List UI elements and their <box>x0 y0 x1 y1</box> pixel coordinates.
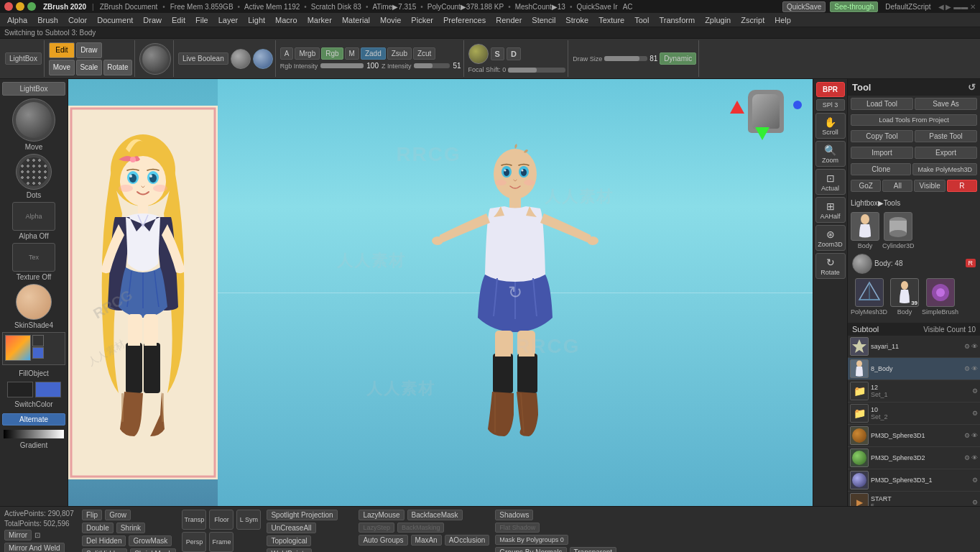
tool-thumb-polymesh[interactable]: PolyMesh3D <box>851 278 887 316</box>
focal-shift-slider[interactable] <box>508 68 565 73</box>
body-r-btn[interactable]: R <box>966 259 976 267</box>
grow-btn[interactable]: Grow <box>105 510 131 520</box>
menu-preferences[interactable]: Preferences <box>439 14 490 26</box>
groups-by-normals-btn[interactable]: Groups By Normals <box>495 547 566 552</box>
body-sphere-preview[interactable] <box>852 254 872 274</box>
zadd-btn[interactable]: Zadd <box>361 47 386 60</box>
sayari11-eye[interactable]: 👁 <box>971 343 978 350</box>
color-swatch[interactable] <box>2 332 65 365</box>
brush-preview[interactable] <box>139 43 171 75</box>
del-hidden-btn[interactable]: Del Hidden <box>82 535 126 546</box>
menu-stencil[interactable]: Stencil <box>527 14 560 26</box>
menu-tool[interactable]: Tool <box>630 14 653 26</box>
shadows-btn[interactable]: Shadows <box>495 510 533 520</box>
menu-layer[interactable]: Layer <box>214 14 243 26</box>
frame-btn[interactable]: Frame <box>209 532 234 552</box>
menu-transform[interactable]: Transform <box>655 14 699 26</box>
switch-color-blue[interactable] <box>35 382 61 397</box>
l-sym-btn[interactable]: L Sym <box>236 510 261 530</box>
body-sub-gear[interactable]: ⚙ <box>964 365 970 372</box>
zcut-btn[interactable]: Zcut <box>413 47 435 60</box>
s-sphere[interactable] <box>468 44 489 64</box>
subtool-sphere2[interactable]: PM3D_Sphere3D2 ⚙ 👁 <box>848 447 980 469</box>
menu-zplugin[interactable]: Zplugin <box>701 14 735 26</box>
alternate-btn[interactable]: Alternate <box>2 413 65 426</box>
maxan-btn[interactable]: MaxAn <box>411 535 442 546</box>
clone-btn[interactable]: Clone <box>851 163 911 175</box>
paste-tool-btn[interactable]: Paste Tool <box>915 130 977 142</box>
menu-color[interactable]: Color <box>64 14 91 26</box>
aahalf-btn[interactable]: ⊞ AAHalf <box>815 197 846 223</box>
sphere2-eye[interactable]: 👁 <box>971 454 978 461</box>
visible-btn[interactable]: Visible <box>914 180 945 192</box>
tool-thumb-body2[interactable]: 39 Body <box>890 278 919 316</box>
bg-color[interactable] <box>32 335 44 346</box>
shrink-btn[interactable]: Shrink <box>116 523 145 533</box>
menu-movie[interactable]: Movie <box>376 14 405 26</box>
a-btn[interactable]: A <box>280 47 294 60</box>
menu-texture[interactable]: Texture <box>594 14 629 26</box>
s-btn[interactable]: S <box>491 47 504 60</box>
flip-btn[interactable]: Flip <box>82 510 102 520</box>
color-picker[interactable] <box>5 335 31 361</box>
uncreaseall-btn[interactable]: UnCreaseAll <box>267 523 315 533</box>
m-btn[interactable]: M <box>345 47 359 60</box>
zoom3d-btn[interactable]: ⊛ Zoom3D <box>815 225 846 251</box>
rotate-3d-btn[interactable]: ↻ Rotate <box>815 253 846 279</box>
lazymouse-btn[interactable]: LazyMouse <box>359 510 404 520</box>
mrgb-btn[interactable]: Mrgb <box>295 47 320 60</box>
subtool-sphere3[interactable]: PM3D_Sphere3D3_1 ⚙ <box>848 469 980 492</box>
lazystep-btn[interactable]: LazyStep <box>359 523 394 533</box>
subtool-sayari11[interactable]: sayari_11 ⚙ 👁 <box>848 336 980 358</box>
persp-btn[interactable]: Persp <box>182 532 206 552</box>
menu-marker[interactable]: Marker <box>303 14 336 26</box>
menu-zscript[interactable]: Zscript <box>736 14 769 26</box>
dots-tool-item[interactable]: Dots <box>5 154 63 199</box>
menu-brush[interactable]: Brush <box>33 14 63 26</box>
live-boolean-btn[interactable]: Live Boolean <box>178 52 228 65</box>
mask-by-polygroups-btn[interactable]: Mask By Polygroups 0 <box>495 535 568 545</box>
backface-btn[interactable]: BackfaceMask <box>407 510 463 520</box>
aocclusion-btn[interactable]: AOcclusion <box>445 535 490 546</box>
menu-stroke[interactable]: Stroke <box>561 14 593 26</box>
viewport[interactable]: RRCG 人人素材 <box>68 79 813 506</box>
subtool-sphere1[interactable]: PM3D_Sphere3D1 ⚙ 👁 <box>848 425 980 447</box>
zsub-btn[interactable]: Zsub <box>387 47 412 60</box>
subtool-start[interactable]: ▶ START 5 ⚙ <box>848 492 980 506</box>
grow-mask-btn[interactable]: GrowMask <box>129 535 172 546</box>
subtool-body[interactable]: 8_Body ⚙ 👁 <box>848 358 980 380</box>
sayari11-gear[interactable]: ⚙ <box>964 343 970 350</box>
see-through-btn[interactable]: See-through <box>830 1 878 12</box>
menu-document[interactable]: Document <box>93 14 137 26</box>
rgb-btn[interactable]: Rgb <box>321 47 343 60</box>
win-min-btn[interactable] <box>16 2 24 11</box>
import-btn[interactable]: Import <box>851 147 913 159</box>
double-btn[interactable]: Double <box>82 523 114 533</box>
make-polymesh-btn[interactable]: Make PolyMesh3D <box>912 163 977 175</box>
quicksave-btn[interactable]: QuickSave <box>782 1 826 12</box>
menu-alpha[interactable]: Alpha <box>3 14 32 26</box>
floor-btn[interactable]: Floor <box>209 510 234 530</box>
menu-light[interactable]: Light <box>244 14 269 26</box>
switch-color-dark[interactable] <box>7 382 33 397</box>
refresh-icon[interactable]: ↺ <box>968 82 976 93</box>
tool-thumb-simplebrush[interactable]: SimpleBrush <box>922 278 958 316</box>
edit-btn[interactable]: Edit <box>49 42 75 58</box>
weld-points-btn[interactable]: WeldPoints <box>267 548 311 552</box>
sphere-preview-1[interactable] <box>231 49 251 69</box>
load-tool-btn[interactable]: Load Tool <box>851 98 913 110</box>
win-max-btn[interactable] <box>27 2 36 11</box>
menu-picker[interactable]: Picker <box>407 14 438 26</box>
all-btn[interactable]: All <box>882 180 912 192</box>
sphere1-eye[interactable]: 👁 <box>971 432 978 439</box>
scroll-btn[interactable]: ✋ Scroll <box>815 113 846 139</box>
sphere-preview-2[interactable] <box>253 49 273 69</box>
export-btn[interactable]: Export <box>915 147 977 159</box>
scale-btn[interactable]: Scale <box>76 60 102 75</box>
sphere3-gear[interactable]: ⚙ <box>972 477 978 484</box>
move-tool-item[interactable]: Move <box>5 98 63 151</box>
subtool-set2[interactable]: 📁 10 Set_2 ⚙ <box>848 402 980 425</box>
goz-btn[interactable]: GoZ <box>851 180 881 192</box>
menu-macro[interactable]: Macro <box>271 14 302 26</box>
set1-gear[interactable]: ⚙ <box>972 387 978 395</box>
